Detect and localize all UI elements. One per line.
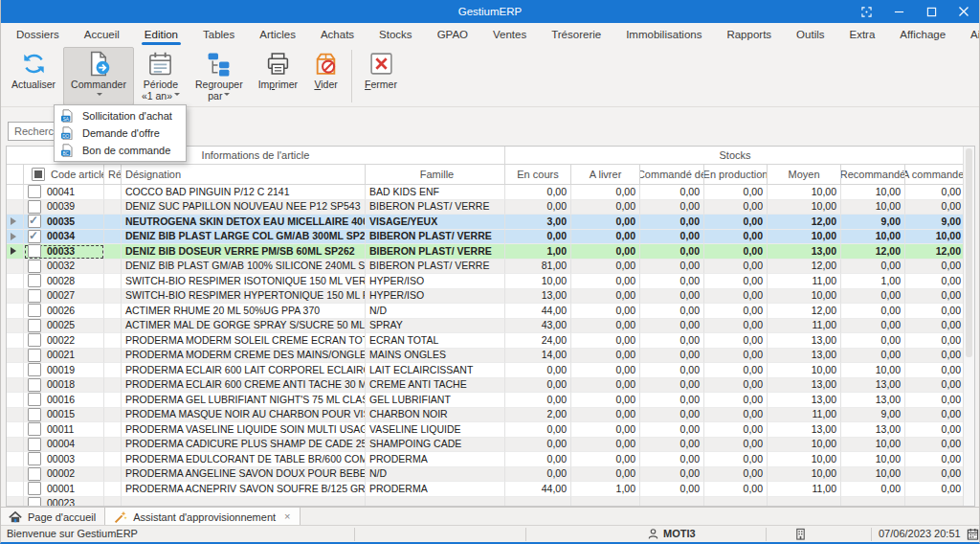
row-checkbox[interactable]: [28, 422, 41, 436]
cell-code-article[interactable]: 00004: [24, 438, 104, 453]
cell-stock-value[interactable]: 0,00: [704, 467, 768, 483]
cell-stock-value[interactable]: 0,00: [571, 438, 640, 453]
cell-stock-value[interactable]: 1,00: [505, 244, 571, 260]
cell-code-article[interactable]: 00032: [24, 260, 104, 275]
close-tab-icon[interactable]: ×: [284, 511, 290, 522]
cell-stock-value[interactable]: [640, 497, 704, 508]
cell-stock-value[interactable]: 0,00: [505, 363, 571, 378]
imprimer-button[interactable]: Imprimer: [251, 47, 305, 105]
tab-assistant-d-approvisionnement[interactable]: Assistant d'approvisionnement×: [105, 508, 300, 526]
cell-stock-value[interactable]: 0,00: [571, 422, 640, 438]
cell-stock-value[interactable]: 0,00: [841, 260, 905, 275]
vider-button[interactable]: Vider: [305, 47, 346, 105]
cell-stock-value[interactable]: 0,00: [704, 349, 768, 364]
menu-item-achats[interactable]: Achats: [308, 23, 367, 46]
cell-ref[interactable]: [104, 349, 122, 364]
cell-famille[interactable]: [366, 497, 505, 508]
regrouper-button[interactable]: Regrouperpar: [188, 47, 251, 105]
row-checkbox[interactable]: [28, 438, 41, 451]
menu-item-affichage[interactable]: Affichage: [887, 23, 958, 46]
cell-ref[interactable]: [104, 363, 122, 378]
cell-stock-value[interactable]: [571, 497, 640, 508]
cell-stock-value[interactable]: 0,00: [640, 244, 704, 260]
menu-item-dossiers[interactable]: Dossiers: [4, 23, 72, 46]
cell-stock-value[interactable]: 0,00: [841, 289, 905, 305]
cell-stock-value[interactable]: 0,00: [571, 467, 640, 483]
cell-code-article[interactable]: 00027: [24, 289, 104, 305]
menu-item-ventes[interactable]: Ventes: [480, 23, 539, 46]
cell-stock-value[interactable]: 0,00: [704, 260, 768, 275]
cell-stock-value[interactable]: 0,00: [640, 467, 704, 483]
cell-stock-value[interactable]: 44,00: [505, 482, 571, 497]
cell-stock-value[interactable]: 0,00: [640, 260, 704, 275]
cell-stock-value[interactable]: 12,00: [768, 215, 841, 230]
commander-button[interactable]: Commander: [63, 47, 134, 105]
cell-stock-value[interactable]: 0,00: [905, 452, 966, 467]
cell-stock-value[interactable]: 1,00: [571, 482, 640, 497]
cell-stock-value[interactable]: 0,00: [841, 319, 905, 334]
table-row[interactable]: 00015PRODEMA MASQUE NOIR AU CHARBON POUR…: [7, 408, 966, 423]
cell-stock-value[interactable]: 0,00: [571, 393, 640, 408]
cell-code-article[interactable]: 00041: [24, 185, 104, 200]
row-checkbox[interactable]: [28, 304, 41, 317]
cell-stock-value[interactable]: 13,00: [768, 378, 841, 394]
cell-ref[interactable]: [104, 304, 122, 319]
cell-stock-value[interactable]: 0,00: [905, 289, 966, 305]
header-en-cours[interactable]: En cours: [505, 165, 571, 185]
row-checkbox[interactable]: [28, 260, 41, 273]
cell-stock-value[interactable]: 44,00: [505, 304, 571, 319]
cell-stock-value[interactable]: 13,00: [768, 333, 841, 349]
table-row[interactable]: 00016PRODERMA GEL LUBRIFIANT NIGHT'S 75 …: [7, 393, 966, 408]
cell-stock-value[interactable]: 0,00: [640, 408, 704, 423]
table-row[interactable]: 00041COCCO BAD PINGUIN P/12 C 2141BAD KI…: [7, 185, 966, 200]
cell-ref[interactable]: [104, 497, 122, 508]
menu-item-tr-sorerie[interactable]: Trésorerie: [539, 23, 613, 46]
cell-stock-value[interactable]: 0,00: [640, 363, 704, 378]
cell-stock-value[interactable]: 10,00: [768, 200, 841, 215]
menu-item-aide[interactable]: Aide: [958, 23, 980, 46]
cell-stock-value[interactable]: 0,00: [704, 408, 768, 423]
table-row[interactable]: 00035NEUTROGENA SKIN DETOX EAU MICELLAIR…: [7, 215, 966, 230]
cell-stock-value[interactable]: 0,00: [704, 230, 768, 245]
cell-stock-value[interactable]: 12,00: [768, 260, 841, 275]
cell-stock-value[interactable]: 0,00: [704, 422, 768, 438]
row-checkbox[interactable]: [28, 408, 41, 421]
cell-designation[interactable]: ACTIMER MAL DE GORGE SPRAY S/SUCRE 50 ML…: [122, 319, 366, 334]
actualiser-button[interactable]: Actualiser: [4, 47, 63, 105]
cell-designation[interactable]: DENIZ BIB DOSEUR VERRE PM/SB 60ML SP262: [122, 244, 366, 260]
cell-stock-value[interactable]: 0,00: [571, 215, 640, 230]
cell-stock-value[interactable]: 12,00: [768, 304, 841, 319]
cell-ref[interactable]: [104, 378, 122, 394]
cell-ref[interactable]: [104, 438, 122, 453]
cell-stock-value[interactable]: 10,00: [841, 185, 905, 200]
row-checkbox[interactable]: [28, 185, 41, 198]
row-checkbox[interactable]: [28, 244, 41, 258]
cell-designation[interactable]: PRODERMA VASELINE LIQUIDE SOIN MULTI USA…: [122, 422, 366, 438]
cell-famille[interactable]: BIBERON PLAST/ VERRE: [366, 260, 505, 275]
cell-stock-value[interactable]: 0,00: [571, 304, 640, 319]
cell-famille[interactable]: CREME ANTI TACHE: [366, 378, 505, 394]
cell-stock-value[interactable]: 0,00: [640, 215, 704, 230]
cell-stock-value[interactable]: 0,00: [571, 349, 640, 364]
cell-stock-value[interactable]: 0,00: [905, 408, 966, 423]
table-row[interactable]: 00021PRODERMA MODERM CREME DES MAINS/ONG…: [7, 349, 966, 364]
cell-designation[interactable]: PRODEMA MASQUE NOIR AU CHARBON POUR VISA…: [122, 408, 366, 423]
cell-ref[interactable]: [104, 200, 122, 215]
table-row[interactable]: 00039DENIZ SUC PAPILLON NOUVEAU NEE P12 …: [7, 200, 966, 215]
cell-code-article[interactable]: 00034: [24, 230, 104, 245]
cell-code-article[interactable]: 00039: [24, 200, 104, 215]
cell-stock-value[interactable]: 10,00: [505, 274, 571, 289]
cell-stock-value[interactable]: 0,00: [505, 452, 571, 467]
row-checkbox[interactable]: [28, 378, 41, 392]
fullscreen-button[interactable]: [850, 0, 882, 23]
cell-stock-value[interactable]: 0,00: [905, 393, 966, 408]
cell-stock-value[interactable]: 10,00: [768, 438, 841, 453]
cell-stock-value[interactable]: 12,00: [905, 244, 966, 260]
cell-stock-value[interactable]: 0,00: [704, 215, 768, 230]
cell-stock-value[interactable]: 0,00: [505, 467, 571, 483]
cell-stock-value[interactable]: 0,00: [640, 333, 704, 349]
cell-code-article[interactable]: 00016: [24, 393, 104, 408]
cell-famille[interactable]: BIBERON PLAST/ VERRE: [366, 200, 505, 215]
cell-stock-value[interactable]: 0,00: [571, 333, 640, 349]
cell-stock-value[interactable]: 12,00: [841, 244, 905, 260]
